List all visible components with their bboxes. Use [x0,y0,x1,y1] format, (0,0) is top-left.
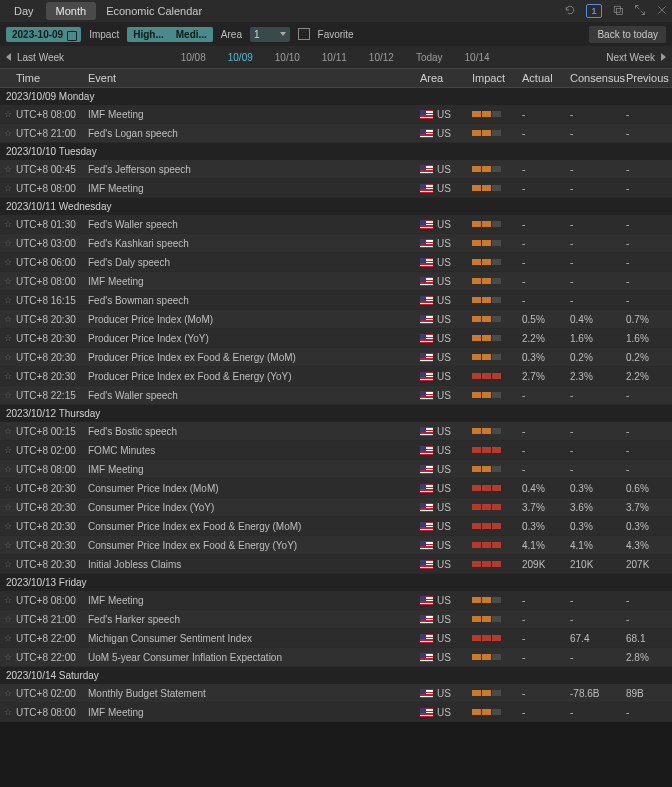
cell-consensus: 67.4 [570,633,626,644]
cell-actual: - [522,109,570,120]
table-row[interactable]: ☆UTC+8 08:00IMF MeetingUS--- [0,272,672,291]
star-icon[interactable]: ☆ [0,109,16,119]
table-row[interactable]: ☆UTC+8 02:00Monthly Budget StatementUS--… [0,684,672,703]
table-row[interactable]: ☆UTC+8 20:30Consumer Price Index (MoM)US… [0,479,672,498]
impact-bar [472,561,481,567]
star-icon[interactable]: ☆ [0,464,16,474]
star-icon[interactable]: ☆ [0,502,16,512]
back-to-today-button[interactable]: Back to today [589,26,666,43]
chevron-right-icon[interactable] [661,53,666,61]
star-icon[interactable]: ☆ [0,352,16,362]
star-icon[interactable]: ☆ [0,390,16,400]
date-tab[interactable]: 10/12 [369,52,394,63]
star-icon[interactable]: ☆ [0,314,16,324]
date-tab[interactable]: Today [416,52,443,63]
table-row[interactable]: ☆UTC+8 20:30Producer Price Index (YoY)US… [0,329,672,348]
flag-icon [420,503,433,512]
last-week-button[interactable]: Last Week [17,52,64,63]
area-select[interactable]: 1 [250,27,290,42]
expand-icon[interactable] [634,4,646,18]
chevron-left-icon[interactable] [6,53,11,61]
cell-actual: - [522,633,570,644]
close-icon[interactable] [656,4,668,18]
date-tab[interactable]: 10/10 [275,52,300,63]
star-icon[interactable]: ☆ [0,128,16,138]
star-icon[interactable]: ☆ [0,276,16,286]
table-row[interactable]: ☆UTC+8 22:00UoM 5-year Consumer Inflatio… [0,648,672,667]
table-row[interactable]: ☆UTC+8 08:00IMF MeetingUS--- [0,591,672,610]
star-icon[interactable]: ☆ [0,540,16,550]
star-icon[interactable]: ☆ [0,595,16,605]
table-row[interactable]: ☆UTC+8 21:00Fed's Logan speechUS--- [0,124,672,143]
star-icon[interactable]: ☆ [0,614,16,624]
star-icon[interactable]: ☆ [0,559,16,569]
impact-pill-high[interactable]: High... [127,27,170,42]
table-row[interactable]: ☆UTC+8 21:00Fed's Harker speechUS--- [0,610,672,629]
star-icon[interactable]: ☆ [0,426,16,436]
table-row[interactable]: ☆UTC+8 08:00IMF MeetingUS--- [0,460,672,479]
cell-time: UTC+8 20:30 [16,352,88,363]
star-icon[interactable]: ☆ [0,688,16,698]
star-icon[interactable]: ☆ [0,164,16,174]
refresh-icon[interactable] [564,4,576,18]
table-row[interactable]: ☆UTC+8 20:30Producer Price Index ex Food… [0,367,672,386]
impact-bar [472,690,481,696]
date-tab[interactable]: 10/08 [181,52,206,63]
table-row[interactable]: ☆UTC+8 03:00Fed's Kashkari speechUS--- [0,234,672,253]
date-tab[interactable]: 10/11 [322,52,347,63]
cell-time: UTC+8 20:30 [16,540,88,551]
table-row[interactable]: ☆UTC+8 20:30Consumer Price Index ex Food… [0,517,672,536]
star-icon[interactable]: ☆ [0,445,16,455]
star-icon[interactable]: ☆ [0,183,16,193]
table-row[interactable]: ☆UTC+8 01:30Fed's Waller speechUS--- [0,215,672,234]
tab-day[interactable]: Day [4,2,44,20]
impact-bar [492,561,501,567]
country-code: US [437,445,451,456]
impact-bar [482,447,491,453]
table-row[interactable]: ☆UTC+8 16:15Fed's Bowman speechUS--- [0,291,672,310]
favorite-checkbox[interactable] [298,28,310,40]
star-icon[interactable]: ☆ [0,633,16,643]
star-icon[interactable]: ☆ [0,257,16,267]
impact-bar [472,428,481,434]
table-row[interactable]: ☆UTC+8 08:00IMF MeetingUS--- [0,179,672,198]
cell-area: US [420,219,472,230]
date-tab[interactable]: 10/09 [228,52,253,63]
table-row[interactable]: ☆UTC+8 08:00IMF MeetingUS--- [0,105,672,124]
table-row[interactable]: ☆UTC+8 08:00IMF MeetingUS--- [0,703,672,722]
impact-bar [472,297,481,303]
copy-icon[interactable] [612,4,624,18]
star-icon[interactable]: ☆ [0,333,16,343]
cell-actual: - [522,595,570,606]
impact-filter[interactable]: High... Medi... [127,27,213,42]
country-code: US [437,371,451,382]
table-row[interactable]: ☆UTC+8 20:30Producer Price Index (MoM)US… [0,310,672,329]
table-row[interactable]: ☆UTC+8 20:30Consumer Price Index (YoY)US… [0,498,672,517]
star-icon[interactable]: ☆ [0,483,16,493]
tab-month[interactable]: Month [46,2,97,20]
table-row[interactable]: ☆UTC+8 22:15Fed's Waller speechUS--- [0,386,672,405]
star-icon[interactable]: ☆ [0,371,16,381]
cell-event: IMF Meeting [88,109,420,120]
date-picker[interactable]: 2023-10-09 [6,27,81,42]
table-row[interactable]: ☆UTC+8 20:30Initial Jobless ClaimsUS209K… [0,555,672,574]
star-icon[interactable]: ☆ [0,521,16,531]
star-icon[interactable]: ☆ [0,652,16,662]
star-icon[interactable]: ☆ [0,295,16,305]
impact-pill-medium[interactable]: Medi... [170,27,213,42]
notification-badge[interactable]: 1 [586,4,602,18]
table-row[interactable]: ☆UTC+8 20:30Consumer Price Index ex Food… [0,536,672,555]
cell-time: UTC+8 20:30 [16,521,88,532]
cell-consensus: 1.6% [570,333,626,344]
table-row[interactable]: ☆UTC+8 02:00FOMC MinutesUS--- [0,441,672,460]
table-row[interactable]: ☆UTC+8 22:00Michigan Consumer Sentiment … [0,629,672,648]
star-icon[interactable]: ☆ [0,219,16,229]
star-icon[interactable]: ☆ [0,238,16,248]
table-row[interactable]: ☆UTC+8 06:00Fed's Daly speechUS--- [0,253,672,272]
table-row[interactable]: ☆UTC+8 20:30Producer Price Index ex Food… [0,348,672,367]
next-week-button[interactable]: Next Week [606,52,655,63]
table-row[interactable]: ☆UTC+8 00:45Fed's Jefferson speechUS--- [0,160,672,179]
star-icon[interactable]: ☆ [0,707,16,717]
date-tab[interactable]: 10/14 [465,52,490,63]
table-row[interactable]: ☆UTC+8 00:15Fed's Bostic speechUS--- [0,422,672,441]
